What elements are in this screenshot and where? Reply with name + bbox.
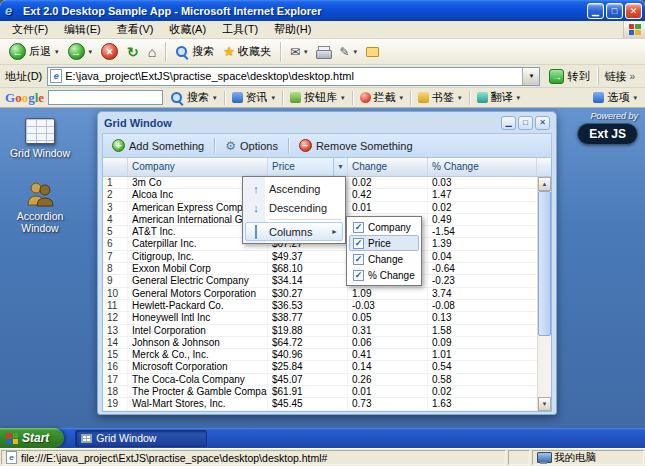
table-row[interactable]: 17The Coca-Cola Company$45.070.260.58 — [103, 374, 537, 386]
address-dropdown-button[interactable]: ▾ — [522, 68, 539, 85]
home-icon: ⌂ — [148, 45, 156, 59]
google-toolbar-button[interactable]: 书签▾ — [415, 89, 465, 106]
favorites-button[interactable]: ★ 收藏夹 — [219, 42, 275, 61]
stop-button[interactable]: ✕ — [97, 41, 122, 62]
scroll-down-button[interactable]: ▼ — [538, 397, 551, 411]
forward-button[interactable]: → ▾ — [64, 41, 97, 62]
pct-change-cell: 1.47 — [428, 189, 537, 200]
table-row[interactable]: 12Honeywell Intl Inc$38.770.050.13 — [103, 312, 537, 324]
menu-item[interactable]: 文件(F) — [4, 20, 56, 39]
links-button[interactable]: 链接 » — [598, 67, 640, 85]
chevron-down-icon: ▾ — [633, 94, 637, 102]
chevron-right-icon: » — [629, 71, 635, 82]
go-button[interactable]: → 转到 — [545, 69, 593, 84]
submenu-item-pct-change[interactable]: ✓ % Change — [349, 267, 419, 283]
checkbox-checked-icon[interactable]: ✓ — [353, 254, 364, 265]
table-row[interactable]: 9General Electric Company$34.14-0.08-0.2… — [103, 275, 537, 287]
google-search-input[interactable] — [48, 90, 163, 105]
window-close-icon[interactable]: ✕ — [535, 116, 550, 130]
submenu-item-price[interactable]: ✓ Price — [349, 235, 419, 251]
separator — [214, 138, 215, 153]
window-maximize-icon[interactable]: □ — [518, 116, 533, 130]
ext-taskbar: Start Grid Window — [0, 428, 645, 448]
menu-item-columns[interactable]: Columns ► — [245, 222, 343, 241]
edit-button[interactable]: ✎▾ — [335, 44, 361, 60]
column-header-change[interactable]: Change — [348, 158, 428, 176]
separator — [282, 91, 283, 105]
google-toolbar-button[interactable]: 资讯▾ — [229, 89, 279, 106]
start-button[interactable]: Start — [0, 428, 64, 448]
table-row[interactable]: 10General Motors Corporation$30.271.093.… — [103, 288, 537, 300]
table-row[interactable]: 15Merck & Co., Inc.$40.960.411.01 — [103, 349, 537, 361]
google-toolbar-button[interactable]: 按钮库▾ — [287, 89, 348, 106]
refresh-button[interactable]: ↻ — [123, 43, 143, 61]
minimize-button[interactable]: ▁ — [587, 3, 604, 19]
company-cell: The Procter & Gamble Company — [128, 386, 268, 397]
google-toolbar-button[interactable]: 翻译▾ — [474, 89, 524, 106]
maximize-button[interactable]: □ — [606, 3, 623, 19]
menu-item[interactable]: 收藏(A) — [161, 20, 214, 39]
table-row[interactable]: 13Intel Corporation$19.880.311.58 — [103, 325, 537, 337]
column-header-pct-change[interactable]: % Change — [428, 158, 537, 176]
submenu-item-change[interactable]: ✓ Change — [349, 251, 419, 267]
menu-item-label: Columns — [269, 226, 312, 238]
column-header-price[interactable]: Price ▼ — [268, 158, 348, 176]
back-button[interactable]: ← 后退 ▾ — [5, 41, 63, 62]
pct-change-cell: 0.49 — [428, 214, 537, 225]
options-button[interactable]: ⚙ Options — [220, 138, 283, 154]
menu-item[interactable]: 工具(T) — [214, 20, 266, 39]
remove-something-button[interactable]: − Remove Something — [294, 137, 418, 154]
company-cell: Merck & Co., Inc. — [128, 349, 268, 360]
windows-flag-icon — [629, 24, 641, 35]
checkbox-checked-icon[interactable]: ✓ — [353, 270, 364, 281]
scrollbar-thumb[interactable] — [538, 191, 551, 336]
mail-button[interactable]: ✉▾ — [286, 44, 312, 60]
vertical-scrollbar[interactable]: ▲ ▼ — [537, 177, 551, 411]
column-menu-trigger[interactable]: ▼ — [333, 158, 347, 176]
go-icon: → — [549, 69, 564, 84]
pct-change-cell: 0.54 — [428, 361, 537, 372]
menu-item[interactable]: 帮助(H) — [266, 20, 319, 39]
table-row[interactable]: 8Exxon Mobil Corp$68.10-0.64 — [103, 263, 537, 275]
menu-item-sort-descending[interactable]: ↓ Descending — [245, 198, 343, 217]
google-options-button[interactable]: 选项 ▾ — [590, 89, 640, 106]
extjs-logo[interactable]: Ext JS — [577, 123, 638, 145]
favorites-label: 收藏夹 — [238, 44, 271, 59]
grid-window-titlebar[interactable]: Grid Window ▁ □ ✕ — [102, 112, 552, 133]
desktop-icon-accordion-window[interactable]: Accordion Window — [7, 180, 73, 234]
column-header-company[interactable]: Company — [128, 158, 268, 176]
window-minimize-icon[interactable]: ▁ — [501, 116, 516, 130]
checkbox-checked-icon[interactable]: ✓ — [353, 238, 364, 249]
pct-change-cell: -0.64 — [428, 263, 537, 274]
pct-change-cell: 1.01 — [428, 349, 537, 360]
popup-blocker-icon — [360, 92, 371, 103]
table-row[interactable]: 14Johnson & Johnson$64.720.060.09 — [103, 337, 537, 349]
discuss-button[interactable] — [362, 45, 383, 59]
table-row[interactable]: 11Hewlett-Packard Co.$36.53-0.03-0.08 — [103, 300, 537, 312]
chevron-down-icon: ▾ — [272, 94, 276, 102]
back-icon: ← — [9, 43, 26, 60]
table-row[interactable]: 19Wal-Mart Stores, Inc.$45.450.731.63 — [103, 398, 537, 410]
table-row[interactable]: 7Citigroup, Inc.$49.370.04 — [103, 251, 537, 263]
table-row[interactable]: 18The Procter & Gamble Company$61.910.01… — [103, 386, 537, 398]
table-row[interactable]: 16Microsoft Corporation$25.840.140.54 — [103, 361, 537, 373]
menu-item-sort-ascending[interactable]: ↑ Ascending — [245, 179, 343, 198]
google-toolbar-button[interactable]: 拦截▾ — [357, 89, 407, 106]
scroll-up-button[interactable]: ▲ — [538, 177, 551, 191]
google-toolbar-button[interactable]: 搜索▾ — [167, 89, 220, 106]
menu-item[interactable]: 编辑(E) — [56, 20, 109, 39]
checkbox-checked-icon[interactable]: ✓ — [353, 222, 364, 233]
home-button[interactable]: ⌂ — [144, 43, 160, 61]
pct-change-cell: -0.08 — [428, 300, 537, 311]
desktop-icon-grid-window[interactable]: Grid Window — [7, 118, 73, 159]
print-button[interactable] — [312, 44, 334, 60]
close-button[interactable]: ✕ — [625, 3, 642, 19]
taskbar-task-grid-window[interactable]: Grid Window — [75, 430, 207, 447]
search-button[interactable]: 搜索 — [171, 42, 218, 61]
submenu-item-company[interactable]: ✓ Company — [349, 219, 419, 235]
add-something-button[interactable]: + Add Something — [107, 137, 209, 154]
chevron-down-icon: ▾ — [55, 48, 59, 56]
menu-item[interactable]: 查看(V) — [109, 20, 162, 39]
address-input[interactable]: e E:\java_project\ExtJS\practise_space\d… — [47, 67, 540, 86]
company-cell: Johnson & Johnson — [128, 337, 268, 348]
